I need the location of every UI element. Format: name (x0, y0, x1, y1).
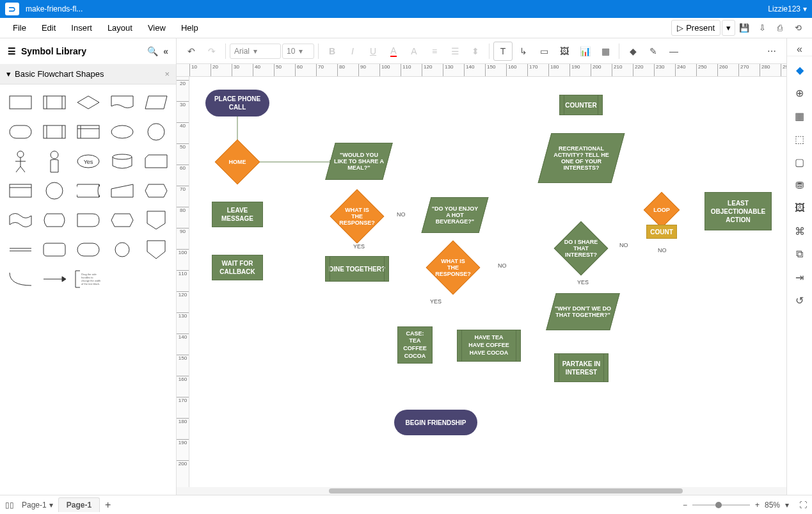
sitemap-icon[interactable]: ⌘ (790, 221, 809, 241)
node-rec-activity[interactable]: RECREATIONAL ACTIVITY? TELL HE ONE OF YO… (538, 133, 625, 183)
menu-file[interactable]: File (5, 19, 34, 36)
collapse-left-icon[interactable]: « (163, 46, 168, 56)
shape-circle2[interactable] (39, 178, 69, 204)
list-button[interactable]: ☰ (445, 42, 465, 61)
data-icon[interactable]: ⛃ (790, 175, 809, 195)
shape-offpage[interactable] (141, 207, 171, 233)
font-size-select[interactable]: 10▾ (282, 44, 314, 59)
node-start[interactable]: PLACE PHONE CALL (205, 90, 269, 116)
shape-decision[interactable] (73, 90, 103, 115)
horizontal-scrollbar[interactable] (177, 487, 786, 495)
present-button[interactable]: ▷ Present (671, 20, 720, 36)
close-category-icon[interactable]: × (164, 69, 170, 79)
shape-rounded-rect[interactable] (73, 237, 103, 262)
shapes-category-header[interactable]: ▾ Basic Flowchart Shapes × (0, 64, 176, 84)
shape-connector[interactable] (141, 119, 171, 145)
menu-help[interactable]: Help (173, 19, 206, 36)
chevron-down-icon[interactable]: ▾ (785, 501, 789, 510)
shape-arc[interactable] (5, 266, 35, 292)
shape-shield[interactable] (141, 237, 171, 262)
node-least-obj[interactable]: LEAST OBJECTIONABLE ACTION (705, 192, 772, 230)
node-wait-callback[interactable]: WAIT FOR CALLBACK (212, 255, 263, 280)
spacing-button[interactable]: ⬍ (466, 42, 485, 61)
shape-ellipse[interactable] (107, 119, 137, 145)
line-color-button[interactable]: ✎ (644, 42, 663, 61)
menu-layout[interactable]: Layout (100, 19, 140, 36)
underline-button[interactable]: U (363, 42, 383, 61)
line-style-button[interactable]: — (664, 42, 683, 61)
shape-internal-storage[interactable] (73, 119, 103, 145)
shape-arrow[interactable] (39, 266, 69, 292)
present-icon[interactable]: ▢ (790, 152, 809, 172)
fill-color-button[interactable]: ◆ (623, 42, 642, 61)
node-leave-message[interactable]: LEAVE MESSAGE (212, 202, 263, 227)
shapes-button[interactable]: ▭ (534, 42, 553, 61)
pages-icon[interactable]: ▯▯ (5, 501, 14, 510)
history-icon[interactable]: ↺ (790, 291, 809, 310)
collapse-right-icon[interactable]: « (787, 42, 812, 56)
shape-display[interactable] (39, 207, 69, 233)
node-why-dont[interactable]: "WHY DON'T WE DO THAT TOGETHER?" (546, 293, 620, 330)
zoom-out-button[interactable]: − (683, 501, 687, 510)
shape-actor1[interactable] (5, 149, 35, 174)
node-counter[interactable]: COUNTER (559, 95, 603, 115)
shape-cylinder[interactable] (73, 178, 103, 204)
grid-icon[interactable]: ▦ (790, 106, 809, 125)
shape-line-double[interactable] (5, 237, 35, 262)
shape-circle3[interactable] (107, 237, 137, 262)
node-loop[interactable]: LOOP (649, 197, 674, 223)
node-count[interactable]: COUNT (646, 225, 677, 239)
chart-button[interactable]: 📊 (575, 42, 594, 61)
shape-data[interactable] (141, 90, 171, 115)
node-share-interest[interactable]: DO I SHARE THAT INTEREST? (562, 229, 600, 268)
shape-process[interactable] (5, 90, 35, 115)
shape-hex-soft[interactable] (39, 237, 69, 262)
bold-button[interactable]: B (322, 42, 342, 61)
shape-tape[interactable] (5, 207, 35, 233)
redo-button[interactable]: ↷ (202, 42, 221, 61)
node-case[interactable]: CASE: TEA COFFEE COCOA (397, 326, 433, 364)
shape-actor2[interactable] (39, 149, 69, 174)
shape-card[interactable] (141, 149, 171, 174)
theme-icon[interactable]: ◆ (790, 60, 809, 79)
shape-annotation[interactable]: Drag the sidehandles tochange the widtho… (73, 266, 103, 292)
shape-terminator[interactable] (5, 119, 35, 145)
export-icon[interactable]: ⇩ (753, 19, 771, 37)
text-tool-button[interactable]: T (493, 42, 513, 61)
insert-icon[interactable]: ⊕ (790, 83, 809, 102)
node-response2[interactable]: WHAT IS THE RESPONSE? (434, 248, 472, 287)
align-icon[interactable]: ⇥ (790, 268, 809, 287)
share-icon[interactable]: ⟲ (789, 19, 807, 37)
shape-delay[interactable] (73, 207, 103, 233)
shape-preparation[interactable] (107, 207, 137, 233)
picture-icon[interactable]: 🖼 (790, 198, 809, 218)
more-options-button[interactable]: ⋯ (762, 42, 781, 61)
align-button[interactable]: ≡ (425, 42, 444, 61)
shape-yes[interactable]: Yes (73, 149, 103, 174)
menu-insert[interactable]: Insert (63, 19, 100, 36)
shape-loop[interactable] (141, 178, 171, 204)
table-button[interactable]: ▦ (596, 42, 615, 61)
connector-tool-button[interactable]: ↳ (514, 42, 533, 61)
menu-view[interactable]: View (140, 19, 173, 36)
node-hot-bev[interactable]: "DO YOU ENJOY A HOT BEVERAGE?" (421, 197, 488, 233)
node-begin[interactable]: BEGIN FRIENDSHIP (394, 410, 477, 435)
node-response1[interactable]: WHAT IS THE RESPONSE? (338, 197, 376, 236)
layers-icon[interactable]: ⬚ (790, 129, 809, 149)
node-home[interactable]: HOME (221, 146, 253, 178)
print-icon[interactable]: ⎙ (771, 19, 789, 37)
node-dine[interactable]: DINE TOGETHER? (325, 256, 389, 282)
save-icon[interactable]: 💾 (735, 19, 753, 37)
italic-button[interactable]: I (343, 42, 362, 61)
menu-edit[interactable]: Edit (34, 19, 63, 36)
shape-manual-input[interactable] (107, 178, 137, 204)
font-family-select[interactable]: Arial▾ (230, 44, 281, 59)
undo-button[interactable]: ↶ (182, 42, 201, 61)
add-page-button[interactable]: + (105, 499, 111, 511)
text-highlight-button[interactable]: A (404, 42, 424, 61)
page-selector[interactable]: Page-1 ▾ (22, 501, 53, 510)
zoom-in-button[interactable]: + (755, 501, 760, 510)
user-menu[interactable]: Lizzie123 ▾ (768, 4, 807, 13)
search-icon[interactable]: 🔍 (147, 46, 158, 56)
shape-card2[interactable] (5, 178, 35, 204)
